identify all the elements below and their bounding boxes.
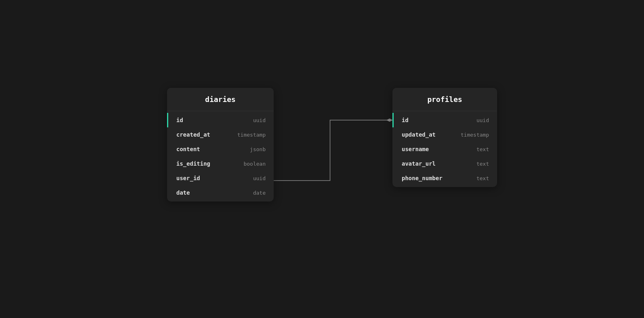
table-row: is_editing boolean [167,156,274,171]
field-name: id [176,117,245,123]
table-diaries-title: diaries [205,95,236,104]
field-type: uuid [253,175,266,181]
field-name: user_id [176,175,245,181]
table-row: id uuid [392,113,497,127]
field-name: id [402,117,469,123]
table-row: updated_at timestamp [392,127,497,142]
table-row: content jsonb [167,142,274,156]
table-profiles-header: profiles [392,88,497,111]
field-type: text [477,146,489,152]
table-row: created_at timestamp [167,127,274,142]
table-diaries-header: diaries [167,88,274,111]
diagram-canvas: diaries id uuid created_at timestamp con… [0,0,644,318]
field-type: jsonb [250,146,266,152]
table-row-user-id: user_id uuid [167,171,274,185]
connector-diamond [386,118,393,122]
field-name: is_editing [176,160,235,167]
relationship-connector [0,0,644,318]
field-type: date [253,190,266,196]
table-diaries-body: id uuid created_at timestamp content jso… [167,111,274,202]
field-name: phone_number [402,175,469,181]
table-row: date date [167,185,274,200]
field-type: boolean [244,161,266,167]
field-type: text [477,175,489,181]
field-name: updated_at [402,131,453,138]
field-name: created_at [176,131,229,138]
table-row: avatar_url text [392,156,497,171]
table-row: phone_number text [392,171,497,185]
table-profiles-title: profiles [427,95,462,104]
field-type: timestamp [237,132,266,138]
field-type: timestamp [461,132,489,138]
field-type: uuid [253,117,266,123]
table-row: id uuid [167,113,274,127]
field-type: text [477,161,489,167]
field-type: uuid [477,117,489,123]
table-row-username: username text [392,142,497,156]
field-name: username [402,146,469,152]
field-name: content [176,146,242,152]
field-name: date [176,189,245,196]
connector-line [274,120,390,181]
table-diaries: diaries id uuid created_at timestamp con… [167,88,274,202]
field-name: avatar_url [402,160,469,167]
table-profiles-body: id uuid updated_at timestamp username te… [392,111,497,187]
table-profiles: profiles id uuid updated_at timestamp us… [392,88,497,187]
